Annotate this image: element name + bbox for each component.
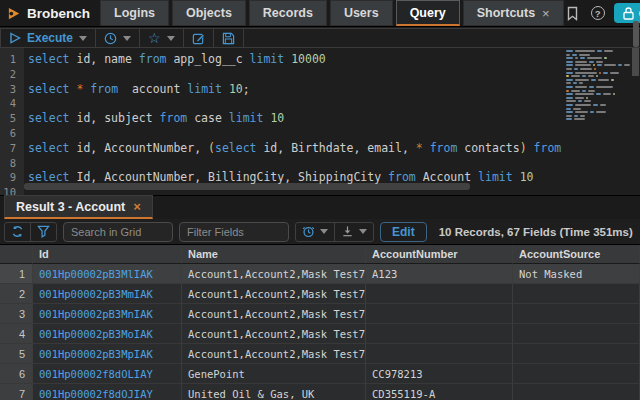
cell-id[interactable]: 001Hp00002f8dOJIAY bbox=[33, 384, 182, 400]
load-more-caret[interactable] bbox=[359, 229, 367, 234]
cell-id[interactable]: 001Hp00002f8dOLIAY bbox=[33, 364, 182, 384]
cell-accountsource[interactable] bbox=[513, 304, 640, 324]
line-number: 8 bbox=[0, 156, 24, 171]
table-row[interactable]: 1001Hp00002pB3MlIAKAccount1,Account2,Mas… bbox=[0, 264, 640, 284]
line-number: 9 bbox=[0, 170, 24, 185]
result-tab-close-icon[interactable]: × bbox=[133, 199, 141, 214]
cell-accountnumber[interactable]: A123 bbox=[366, 264, 513, 284]
lock-icon bbox=[623, 7, 634, 20]
cell-id[interactable]: 001Hp00002pB3MoIAK bbox=[33, 324, 182, 344]
result-status-text: 10 Records, 67 Fields (Time 351ms) bbox=[439, 226, 633, 238]
tab-query[interactable]: Query bbox=[396, 0, 460, 26]
table-row[interactable]: 3001Hp00002pB3MnIAKAccount1,Account2,Mas… bbox=[0, 304, 640, 324]
execute-dropdown-caret[interactable] bbox=[79, 36, 87, 41]
cell-id[interactable]: 001Hp00002pB3MmIAK bbox=[33, 284, 182, 304]
row-number[interactable]: 3 bbox=[0, 304, 33, 324]
tab-close-icon[interactable]: × bbox=[542, 6, 550, 21]
table-row[interactable]: 2001Hp00002pB3MmIAKAccount1,Account2,Mas… bbox=[0, 284, 640, 304]
column-header-accountnumber[interactable]: AccountNumber bbox=[366, 245, 513, 264]
result-tab-label: Result 3 - Account bbox=[16, 200, 125, 214]
cell-accountsource[interactable] bbox=[513, 344, 640, 364]
row-number[interactable]: 7 bbox=[0, 384, 33, 400]
table-row[interactable]: 5001Hp00002pB3MpIAKAccount1,Account2,Mas… bbox=[0, 344, 640, 364]
clock-icon bbox=[104, 32, 117, 45]
auto-refresh-caret[interactable] bbox=[320, 229, 328, 234]
favorites-dropdown-caret[interactable] bbox=[167, 36, 175, 41]
cell-id[interactable]: 001Hp00002pB3MpIAK bbox=[33, 344, 182, 364]
refresh-button[interactable] bbox=[5, 223, 30, 241]
result-grid: IdNameAccountNumberAccountSource1001Hp00… bbox=[0, 245, 640, 400]
editor-horizontal-scrollbar[interactable] bbox=[24, 183, 470, 190]
line-number: 3 bbox=[0, 82, 24, 97]
result-tab-bar: Result 3 - Account × bbox=[0, 195, 640, 219]
cell-accountsource[interactable] bbox=[513, 384, 640, 400]
edit-query-button[interactable] bbox=[184, 29, 214, 47]
sql-editor[interactable]: 1select id, name from app_log__c limit 1… bbox=[0, 48, 640, 195]
cell-name[interactable]: United Oil & Gas, UK bbox=[182, 384, 366, 400]
table-row[interactable]: 7001Hp00002f8dOJIAYUnited Oil & Gas, UKC… bbox=[0, 384, 640, 400]
editor-vertical-scrollbar[interactable] bbox=[632, 48, 639, 76]
top-tab-bar: Brobench LoginsObjectsRecordsUsersQueryS… bbox=[0, 0, 640, 27]
table-row[interactable]: 6001Hp00002f8dOLIAYGenePointCC978213 bbox=[0, 364, 640, 384]
refresh-icon bbox=[11, 225, 24, 238]
scroll-to-bottom-icon bbox=[341, 225, 354, 238]
execute-label: Execute bbox=[27, 31, 73, 45]
grid-corner-cell bbox=[0, 245, 33, 264]
row-number[interactable]: 2 bbox=[0, 284, 33, 304]
cell-id[interactable]: 001Hp00002pB3MnIAK bbox=[33, 304, 182, 324]
tab-shortcuts[interactable]: Shortcuts× bbox=[463, 0, 564, 26]
cell-accountsource[interactable] bbox=[513, 324, 640, 344]
cell-name[interactable]: Account1,Account2,Mask Test7,M bbox=[182, 264, 366, 284]
tab-records[interactable]: Records bbox=[249, 0, 327, 26]
row-number[interactable]: 1 bbox=[0, 264, 33, 284]
bookmark-icon[interactable] bbox=[564, 4, 582, 22]
load-more-button[interactable] bbox=[334, 223, 373, 241]
app-window: Brobench LoginsObjectsRecordsUsersQueryS… bbox=[0, 0, 640, 400]
grid-vertical-scrollbar[interactable] bbox=[633, 21, 639, 47]
cell-accountnumber[interactable]: CD355119-A bbox=[366, 384, 513, 400]
cell-accountnumber[interactable] bbox=[366, 304, 513, 324]
result-tab[interactable]: Result 3 - Account × bbox=[4, 195, 153, 219]
cell-accountnumber[interactable]: CC978213 bbox=[366, 364, 513, 384]
tab-logins[interactable]: Logins bbox=[100, 0, 169, 26]
save-query-button[interactable] bbox=[214, 29, 244, 47]
cell-accountsource[interactable] bbox=[513, 284, 640, 304]
alarm-clock-icon bbox=[302, 225, 315, 238]
row-number[interactable]: 4 bbox=[0, 324, 33, 344]
editor-minimap[interactable] bbox=[566, 50, 630, 130]
org-badge[interactable]: dsdevorg bbox=[614, 3, 640, 23]
search-in-grid-input[interactable] bbox=[63, 222, 173, 242]
history-button[interactable] bbox=[96, 29, 140, 47]
tab-objects[interactable]: Objects bbox=[172, 0, 246, 26]
help-icon[interactable]: ? bbox=[591, 6, 605, 20]
cell-accountsource[interactable]: Not Masked bbox=[513, 264, 640, 284]
filter-button[interactable] bbox=[30, 223, 56, 241]
cell-name[interactable]: Account1,Account2,Mask Test7,M bbox=[182, 324, 366, 344]
cell-accountnumber[interactable] bbox=[366, 284, 513, 304]
row-number[interactable]: 5 bbox=[0, 344, 33, 364]
cell-name[interactable]: GenePoint bbox=[182, 364, 366, 384]
table-row[interactable]: 4001Hp00002pB3MoIAKAccount1,Account2,Mas… bbox=[0, 324, 640, 344]
cell-name[interactable]: Account1,Account2,Mask Test7,M bbox=[182, 304, 366, 324]
cell-name[interactable]: Account1,Account2,Mask Test7,M bbox=[182, 284, 366, 304]
tab-users[interactable]: Users bbox=[330, 0, 393, 26]
editor-line: 5select id, subject from case limit 10 bbox=[0, 111, 566, 126]
cell-accountsource[interactable] bbox=[513, 364, 640, 384]
column-header-accountsource[interactable]: AccountSource bbox=[513, 245, 640, 264]
column-header-id[interactable]: Id bbox=[33, 245, 182, 264]
cell-name[interactable]: Account1,Account2,Mask Test7,M bbox=[182, 344, 366, 364]
auto-refresh-button[interactable] bbox=[296, 223, 334, 241]
editor-line: 7select id, AccountNumber, (select id, B… bbox=[0, 141, 566, 156]
history-dropdown-caret[interactable] bbox=[123, 36, 131, 41]
filter-fields-input[interactable] bbox=[179, 222, 289, 242]
column-header-name[interactable]: Name bbox=[182, 245, 366, 264]
line-number: 6 bbox=[0, 126, 24, 141]
editor-code-area[interactable]: 1select id, name from app_log__c limit 1… bbox=[0, 48, 566, 195]
cell-id[interactable]: 001Hp00002pB3MlIAK bbox=[33, 264, 182, 284]
cell-accountnumber[interactable] bbox=[366, 324, 513, 344]
row-number[interactable]: 6 bbox=[0, 364, 33, 384]
execute-button[interactable]: Execute bbox=[0, 29, 96, 47]
cell-accountnumber[interactable] bbox=[366, 344, 513, 364]
favorites-button[interactable]: ☆ bbox=[140, 29, 184, 47]
edit-button[interactable]: Edit bbox=[380, 222, 427, 242]
